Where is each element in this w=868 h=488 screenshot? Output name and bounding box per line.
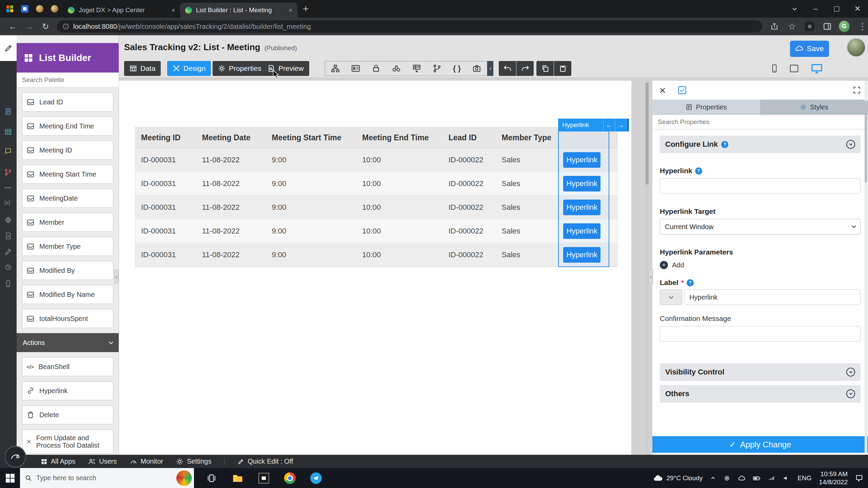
palette-action-item[interactable]: </>BeanShell (22, 357, 113, 376)
fullscreen-button[interactable] (852, 86, 861, 95)
design-canvas[interactable]: Meeting ID Meeting Date Meeting Start Ti… (119, 81, 631, 455)
label-type-select[interactable] (660, 289, 682, 305)
volume-icon[interactable] (783, 474, 790, 482)
tab-search-chevron-icon[interactable] (784, 0, 805, 18)
document-icon[interactable] (4, 232, 12, 240)
column-menu-partial-icon[interactable] (626, 119, 629, 131)
save-button[interactable]: Save (790, 41, 829, 57)
palette-item[interactable]: Meeting ID (22, 141, 113, 160)
edit-icon[interactable] (0, 35, 17, 61)
joget-logo[interactable] (4, 446, 26, 468)
side-panel-icon[interactable] (822, 21, 833, 32)
blue-app-pinned-tab-icon[interactable] (20, 4, 30, 14)
panel-scrollbar[interactable] (865, 81, 867, 455)
environment-icon[interactable] (4, 216, 12, 224)
form-builder-icon[interactable] (4, 108, 12, 115)
tab-panel-properties[interactable]: Properties (652, 100, 760, 115)
palette-item[interactable]: Meeting Start Time (22, 165, 113, 184)
paste-button[interactable] (554, 61, 571, 76)
copy-button[interactable] (536, 61, 554, 76)
users-menu[interactable]: Users (88, 458, 117, 465)
tab-data[interactable]: Data (124, 61, 161, 76)
tray-expand-chevron-icon[interactable] (710, 475, 716, 481)
move-column-left-button[interactable]: ← (603, 119, 615, 131)
camera-icon[interactable] (472, 64, 481, 73)
palette-item[interactable]: Modified By (22, 261, 113, 280)
palette-item[interactable]: Member Type (22, 237, 113, 256)
hyperlink-input[interactable] (660, 178, 861, 194)
datalist-builder-icon[interactable] (4, 128, 12, 136)
palette-item[interactable]: Modified By Name (22, 285, 113, 304)
all-apps-menu[interactable]: All Apps (41, 458, 75, 465)
close-panel-button[interactable]: × (659, 85, 666, 95)
scrollbar-thumb[interactable] (646, 83, 649, 184)
actions-section-header[interactable]: Actions (17, 333, 119, 352)
label-input[interactable] (684, 289, 861, 305)
clock[interactable]: 10:59 AM 14/8/2022 (819, 470, 848, 486)
help-icon[interactable]: ? (721, 141, 728, 148)
id-card-icon[interactable] (351, 64, 360, 73)
bookmark-star-icon[interactable]: ☆ (787, 21, 797, 32)
file-explorer-icon[interactable] (228, 468, 248, 488)
column-header[interactable]: Meeting Date (196, 127, 266, 148)
hyperlink-cell-button[interactable]: Hyperlink (563, 200, 600, 215)
move-column-right-button[interactable]: → (615, 119, 626, 131)
hyperlink-cell-button[interactable]: Hyperlink (563, 247, 600, 263)
tab-panel-styles[interactable]: Styles (760, 100, 868, 115)
tablet-preview-button[interactable] (788, 63, 800, 74)
section-others[interactable]: Others (660, 385, 861, 403)
quick-edit-toggle[interactable]: Quick Edit : Off (237, 458, 293, 465)
confirmation-message-input[interactable] (660, 326, 861, 342)
help-icon[interactable]: ? (695, 167, 702, 175)
apply-change-button[interactable]: ✓ Apply Change (652, 436, 868, 453)
monitor-menu[interactable]: Monitor (130, 458, 163, 465)
collapse-chevron-icon[interactable] (846, 368, 855, 377)
add-parameter-button[interactable]: + Add (660, 261, 861, 269)
palette-item[interactable]: MeetingDate (22, 189, 113, 208)
expression-icon[interactable]: {x} (4, 200, 11, 205)
battery-icon[interactable] (753, 474, 761, 482)
tab-properties[interactable]: Properties (213, 61, 267, 76)
scrollbar-thumb[interactable] (865, 101, 867, 182)
column-header[interactable]: Meeting ID (135, 127, 196, 148)
palette-collapse-handle[interactable]: ‹ (114, 269, 119, 284)
microsoft-pinned-tab-icon[interactable] (5, 4, 15, 14)
tab-list-builder[interactable]: List Builder : List - Meeting × (180, 3, 297, 18)
network-icon[interactable] (768, 475, 775, 482)
back-button[interactable]: ← (7, 21, 18, 32)
window-close-button[interactable]: ✕ (847, 0, 868, 18)
process-builder-icon[interactable] (4, 168, 12, 176)
round-pinned-tab-icon-1[interactable] (35, 4, 45, 14)
palette-item[interactable]: totalHoursSpent (22, 309, 113, 328)
app-window-icon[interactable] (254, 468, 274, 488)
language-indicator[interactable]: ENG (797, 474, 811, 482)
new-tab-button[interactable]: + (303, 4, 309, 14)
branch-icon[interactable] (433, 64, 441, 73)
toolbox-expand-icon[interactable]: › (487, 61, 493, 76)
help-icon[interactable]: ? (687, 279, 694, 286)
address-bar[interactable]: localhost:8080/jw/web/console/app/salesT… (57, 20, 762, 33)
window-maximize-button[interactable] (826, 0, 847, 18)
notification-center-icon[interactable] (855, 474, 863, 482)
redo-button[interactable] (516, 61, 534, 76)
tab-app-center[interactable]: Joget DX > App Center × (63, 3, 180, 18)
userview-builder-icon[interactable] (4, 147, 12, 155)
palette-item[interactable]: Meeting End Time (22, 117, 113, 136)
location-icon[interactable] (724, 475, 730, 482)
search-highlights-graphic[interactable] (176, 470, 192, 486)
collapse-chevron-icon[interactable] (846, 140, 855, 149)
chrome-icon[interactable] (280, 468, 300, 488)
tab-preview[interactable]: Preview (262, 61, 309, 76)
hyperlink-target-select[interactable]: Current Window (660, 219, 861, 235)
share-icon[interactable] (769, 21, 780, 32)
task-view-button[interactable] (201, 468, 221, 488)
profile-avatar[interactable]: G (839, 21, 850, 32)
section-visibility-control[interactable]: Visibility Control (660, 363, 861, 381)
tab-close-icon[interactable]: × (171, 6, 175, 14)
hyperlink-cell-button[interactable]: Hyperlink (563, 176, 600, 191)
braces-icon[interactable]: { } (453, 64, 461, 73)
palette-item[interactable]: Member (22, 213, 113, 232)
tab-design[interactable]: Design (167, 61, 211, 76)
lock-icon[interactable] (372, 64, 380, 73)
start-button[interactable] (0, 468, 20, 488)
